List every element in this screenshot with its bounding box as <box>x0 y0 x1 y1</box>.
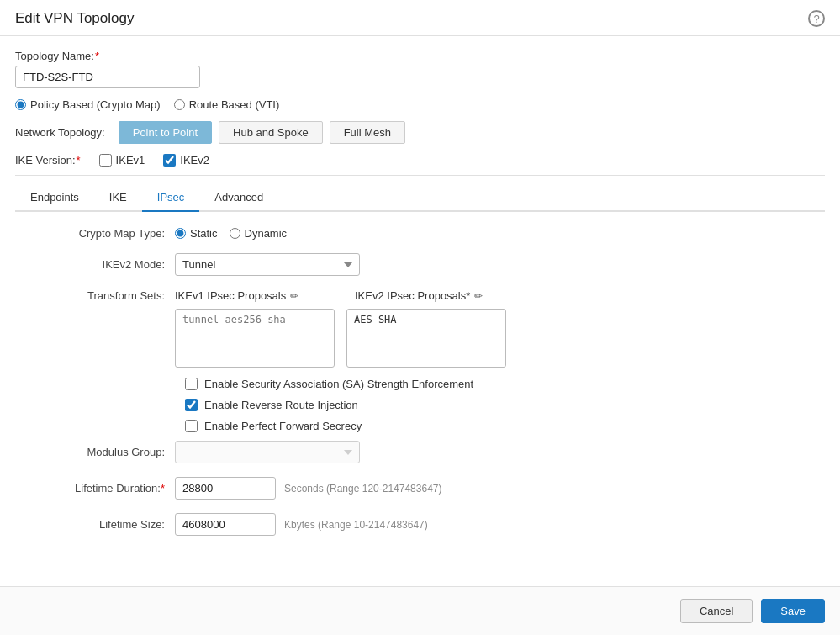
modal-header: Edit VPN Topology ? <box>0 0 840 36</box>
route-based-radio[interactable] <box>174 99 185 110</box>
lifetime-size-label: Lifetime Size: <box>40 518 175 531</box>
lifetime-duration-label: Lifetime Duration: <box>40 482 175 495</box>
lifetime-size-hint: Kbytes (Range 10-2147483647) <box>284 519 428 531</box>
modulus-group-label: Modulus Group: <box>40 446 175 458</box>
point-to-point-button[interactable]: Point to Point <box>119 121 212 144</box>
ike-version-label: IKE Version: <box>15 154 81 167</box>
network-topology-row: Network Topology: Point to Point Hub and… <box>15 121 825 144</box>
static-radio-label[interactable]: Static <box>175 227 218 240</box>
topology-name-label: Topology Name: <box>15 50 99 62</box>
enable-pfs-label: Enable Perfect Forward Secrecy <box>204 420 362 432</box>
enable-pfs-checkbox[interactable] <box>185 420 198 432</box>
transform-sets-content: IKEv1 IPsec Proposals ✏ IKEv2 IPsec Prop… <box>175 289 523 368</box>
ikev2-proposals-header: IKEv2 IPsec Proposals* ✏ <box>355 289 523 302</box>
static-radio[interactable] <box>175 228 186 239</box>
ikev2-proposals-textarea[interactable]: AES-SHA <box>346 309 506 368</box>
tab-endpoints[interactable]: Endpoints <box>15 184 94 212</box>
help-icon[interactable]: ? <box>808 10 825 27</box>
route-based-radio-label[interactable]: Route Based (VTI) <box>174 98 280 111</box>
ike-version-row: IKE Version: IKEv1 IKEv2 <box>15 154 825 176</box>
tab-ipsec[interactable]: IPsec <box>142 184 200 212</box>
enable-sa-checkbox[interactable] <box>185 378 198 390</box>
topology-name-input-row <box>15 66 825 88</box>
lifetime-size-row: Lifetime Size: Kbytes (Range 10-21474836… <box>40 513 800 536</box>
modulus-group-select[interactable] <box>175 441 360 463</box>
ikev1-proposals-textarea[interactable] <box>175 309 335 368</box>
modal-body: Topology Name: Policy Based (Crypto Map)… <box>0 36 840 586</box>
lifetime-duration-row: Lifetime Duration: Seconds (Range 120-21… <box>40 477 800 500</box>
ikev1-checkbox-label[interactable]: IKEv1 <box>99 154 145 167</box>
ikev2-mode-row: IKEv2 Mode: Tunnel Transport <box>40 253 800 276</box>
enable-sa-row: Enable Security Association (SA) Strengt… <box>185 378 800 390</box>
ikev2-mode-select[interactable]: Tunnel Transport <box>175 253 360 276</box>
policy-based-radio-label[interactable]: Policy Based (Crypto Map) <box>15 98 161 111</box>
topology-name-row: Topology Name: <box>15 50 825 62</box>
transform-sets-headers: IKEv1 IPsec Proposals ✏ IKEv2 IPsec Prop… <box>175 289 523 302</box>
dynamic-radio-label[interactable]: Dynamic <box>230 227 288 240</box>
modulus-group-row: Modulus Group: <box>40 441 800 463</box>
tabs: Endpoints IKE IPsec Advanced <box>15 184 825 212</box>
hub-and-spoke-button[interactable]: Hub and Spoke <box>219 121 323 144</box>
transform-sets-label: Transform Sets: <box>40 289 175 302</box>
ikev2-edit-icon[interactable]: ✏ <box>474 290 483 302</box>
save-button[interactable]: Save <box>761 599 825 623</box>
enable-rri-label: Enable Reverse Route Injection <box>204 399 358 411</box>
edit-vpn-topology-modal: Edit VPN Topology ? Topology Name: Polic… <box>0 0 840 635</box>
modal-title: Edit VPN Topology <box>15 10 134 27</box>
transform-sets-row: Transform Sets: IKEv1 IPsec Proposals ✏ … <box>40 289 800 368</box>
enable-pfs-row: Enable Perfect Forward Secrecy <box>185 420 800 432</box>
lifetime-duration-input[interactable] <box>175 477 276 500</box>
transform-textareas: AES-SHA <box>175 309 523 368</box>
crypto-map-type-radios: Static Dynamic <box>175 227 287 240</box>
ikev1-proposals-header: IKEv1 IPsec Proposals ✏ <box>175 289 343 302</box>
ikev2-checkbox-label[interactable]: IKEv2 <box>163 154 209 167</box>
dynamic-radio[interactable] <box>230 228 240 239</box>
ikev2-mode-label: IKEv2 Mode: <box>40 258 175 271</box>
tab-ike[interactable]: IKE <box>94 184 142 212</box>
crypto-map-type-label: Crypto Map Type: <box>40 227 175 240</box>
enable-rri-row: Enable Reverse Route Injection <box>185 399 800 411</box>
ikev1-edit-icon[interactable]: ✏ <box>290 290 298 302</box>
modal-footer: Cancel Save <box>0 586 840 635</box>
cancel-button[interactable]: Cancel <box>680 599 753 623</box>
network-topology-label: Network Topology: <box>15 126 105 139</box>
enable-rri-checkbox[interactable] <box>185 399 198 411</box>
enable-sa-label: Enable Security Association (SA) Strengt… <box>204 378 473 390</box>
lifetime-size-input[interactable] <box>175 513 276 536</box>
ipsec-content: Crypto Map Type: Static Dynamic IKEv2 Mo… <box>15 212 825 558</box>
ikev1-checkbox[interactable] <box>99 154 112 167</box>
crypto-map-type-row: Crypto Map Type: Static Dynamic <box>40 227 800 240</box>
topology-name-input[interactable] <box>15 66 200 88</box>
policy-based-radio[interactable] <box>15 99 26 110</box>
topology-type-group: Policy Based (Crypto Map) Route Based (V… <box>15 98 825 111</box>
full-mesh-button[interactable]: Full Mesh <box>330 121 405 144</box>
tab-advanced[interactable]: Advanced <box>199 184 278 212</box>
lifetime-duration-hint: Seconds (Range 120-2147483647) <box>284 483 441 495</box>
ikev2-checkbox[interactable] <box>163 154 176 167</box>
